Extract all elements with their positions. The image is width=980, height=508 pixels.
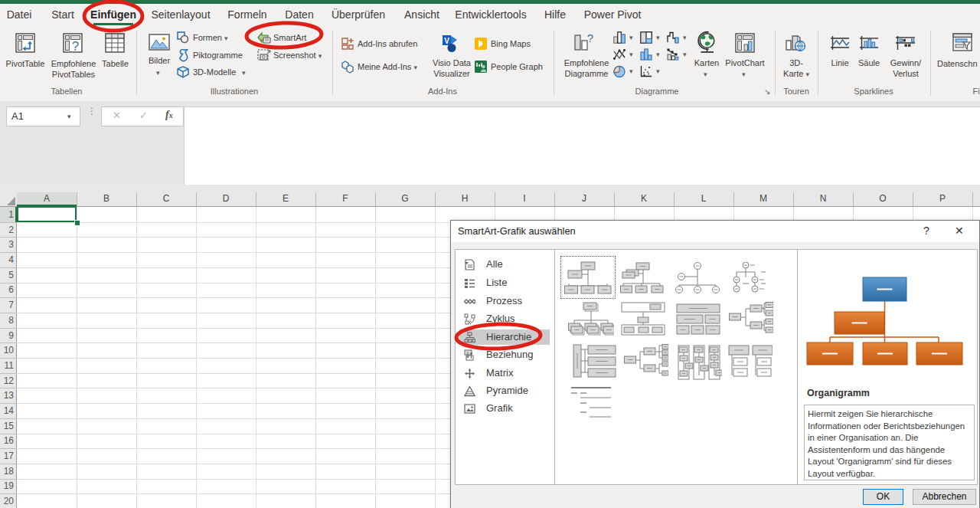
svg-text:?: ? <box>72 39 79 53</box>
svg-text:V: V <box>444 37 449 45</box>
svg-text:?: ? <box>587 33 593 44</box>
